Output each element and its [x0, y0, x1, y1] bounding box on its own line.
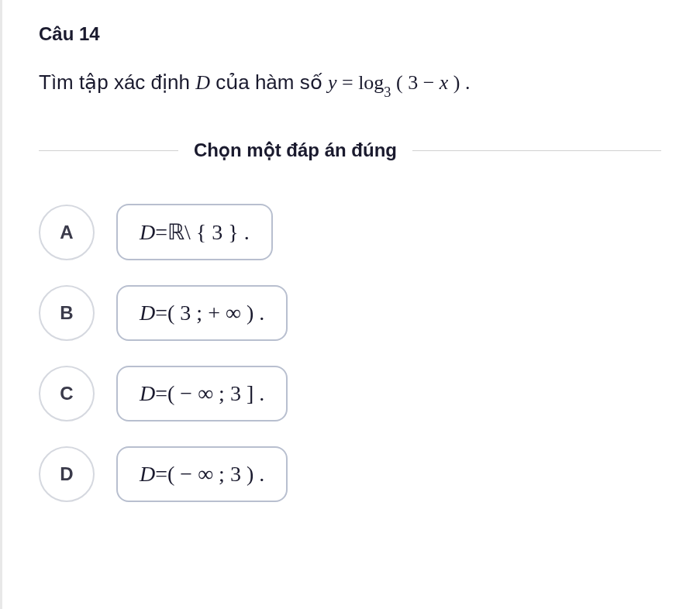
- divider-right: [412, 150, 661, 151]
- option-d-letter[interactable]: D: [39, 446, 95, 502]
- formula-close: ) .: [448, 71, 470, 94]
- divider-left: [39, 150, 178, 151]
- question-prefix: Tìm tập xác định: [39, 71, 195, 94]
- formula-eq: =: [336, 71, 358, 94]
- option-a-row: A D = ℝ \ { 3 } .: [39, 204, 661, 260]
- opt-c-eq: =: [155, 381, 167, 406]
- formula-3: 3: [408, 71, 418, 94]
- opt-d-eq: =: [155, 462, 167, 487]
- opt-a-eq: =: [155, 220, 167, 245]
- opt-c-D: D: [140, 381, 155, 406]
- option-a-letter[interactable]: A: [39, 205, 95, 260]
- option-d-content[interactable]: D = ( − ∞ ; 3 ) .: [116, 446, 288, 502]
- options-container: A D = ℝ \ { 3 } . B D = ( 3 ; + ∞ ) . C …: [39, 204, 661, 502]
- option-a-content[interactable]: D = ℝ \ { 3 } .: [116, 204, 273, 260]
- formula-log: log: [358, 71, 384, 94]
- formula-base: 3: [384, 84, 391, 100]
- instruction-text: Chọn một đáp án đúng: [178, 139, 412, 161]
- opt-d-rest: ( − ∞ ; 3 ) .: [167, 462, 264, 487]
- option-c-letter[interactable]: C: [39, 366, 95, 421]
- opt-b-eq: =: [155, 301, 167, 325]
- formula-open: (: [391, 71, 408, 94]
- opt-b-rest: ( 3 ; + ∞ ) .: [167, 301, 264, 325]
- instruction-row: Chọn một đáp án đúng: [39, 139, 661, 161]
- formula-x: x: [440, 71, 449, 94]
- formula-y: y: [328, 71, 337, 94]
- question-text: Tìm tập xác định D của hàm số y = log3 (…: [39, 67, 661, 101]
- option-b-row: B D = ( 3 ; + ∞ ) .: [39, 285, 661, 341]
- option-d-row: D D = ( − ∞ ; 3 ) .: [39, 446, 661, 502]
- var-D: D: [195, 71, 210, 94]
- option-b-content[interactable]: D = ( 3 ; + ∞ ) .: [116, 285, 288, 341]
- formula-minus: −: [418, 71, 440, 94]
- opt-a-D: D: [140, 220, 155, 245]
- option-c-content[interactable]: D = ( − ∞ ; 3 ] .: [116, 366, 288, 421]
- option-c-row: C D = ( − ∞ ; 3 ] .: [39, 366, 661, 421]
- question-mid: của hàm số: [210, 71, 328, 94]
- opt-a-rest: \ { 3 } .: [184, 220, 250, 245]
- opt-a-R: ℝ: [167, 219, 184, 245]
- question-number: Câu 14: [39, 23, 661, 45]
- option-b-letter[interactable]: B: [39, 285, 95, 341]
- opt-c-rest: ( − ∞ ; 3 ] .: [167, 381, 264, 406]
- opt-d-D: D: [140, 462, 155, 487]
- opt-b-D: D: [140, 301, 155, 325]
